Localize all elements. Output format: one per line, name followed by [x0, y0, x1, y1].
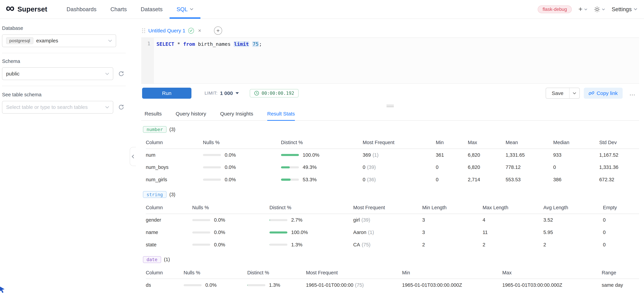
schema-label: Schema [2, 58, 126, 64]
more-actions-button[interactable]: … [627, 90, 638, 97]
cell-column: num_girls [146, 174, 203, 186]
cell-most-frequent: Aaron(1) [353, 226, 422, 238]
cell-empty: 0 [603, 214, 639, 226]
sql-lab-workspace: Database postgresql examples Schema publ… [0, 19, 644, 293]
nav-item-charts[interactable]: Charts [104, 0, 134, 19]
cell-std: 672.32 [599, 174, 639, 186]
settings-menu[interactable]: Settings [612, 6, 638, 12]
cell-column: name [146, 226, 192, 238]
cell-distinct: 53.3% [281, 174, 363, 186]
tab-result-stats[interactable]: Result Stats [267, 111, 295, 120]
brand-title: Superset [18, 5, 47, 13]
pane-splitter[interactable] [141, 103, 639, 108]
top-navbar: ∞ Superset Dashboards Charts Datasets SQ… [0, 0, 644, 19]
column-header: Column [146, 267, 184, 279]
clock-icon [254, 91, 259, 96]
type-count: (3) [170, 127, 176, 132]
query-timer-badge: 00:00:00.192 [250, 89, 298, 98]
tab-results[interactable]: Results [145, 111, 162, 120]
schema-value: public [6, 71, 20, 77]
database-select[interactable]: postgresql examples [2, 34, 116, 47]
query-tab-title: Untitled Query 1 [148, 28, 185, 34]
sql-lab-sidebar: Database postgresql examples Schema publ… [0, 19, 136, 293]
add-icon: + [216, 28, 220, 34]
cell-min-length: 2 [422, 238, 482, 251]
sql-keyword: limit [234, 41, 249, 47]
column-header: Avg Length [544, 202, 603, 214]
cell-most-frequent: 0(36) [363, 174, 436, 186]
navbar-right: flask-debug + Settings [538, 6, 638, 13]
database-value: examples [36, 38, 58, 44]
distinct-bar [247, 284, 265, 286]
cell-column: num [146, 149, 203, 161]
collapse-sidebar-button[interactable] [130, 147, 136, 166]
nulls-bar [192, 219, 210, 221]
cell-median: 386 [553, 174, 599, 186]
sql-code-editor[interactable]: 1 SELECT * from birth_names limit 75; [141, 38, 639, 84]
tab-query-history[interactable]: Query history [176, 111, 206, 120]
theme-toggle-button[interactable] [594, 6, 605, 12]
cell-avg-length: 5.95 [544, 226, 603, 238]
result-stats-panel: number (3) Column Nulls % Distinct % Mos… [141, 121, 639, 293]
cell-median: 933 [553, 149, 599, 161]
refresh-tables-icon[interactable] [117, 103, 126, 112]
run-query-button[interactable]: Run [142, 88, 192, 99]
cell-column: num_boys [146, 161, 203, 174]
distinct-bar [281, 154, 299, 156]
cell-std: 1,167.52 [599, 149, 639, 161]
cell-avg-length: 3.52 [544, 214, 603, 226]
new-item-button[interactable]: + [578, 6, 587, 12]
sql-statement: SELECT * from birth_names limit 75; [156, 41, 639, 48]
nav-item-sql[interactable]: SQL [170, 0, 200, 19]
refresh-schemas-icon[interactable] [117, 69, 126, 78]
cell-distinct: 100.0% [281, 149, 363, 161]
sidebar-divider [2, 86, 126, 86]
limit-label: LIMIT: [204, 90, 218, 96]
nulls-bar [192, 244, 210, 246]
editor-toolbar: Run LIMIT: 1 000 00:00:00.192 Save Copy … [141, 84, 639, 102]
column-header: Min Length [422, 202, 482, 214]
cell-most-frequent: 1965-01-01T00:00:00(75) [306, 279, 402, 291]
nulls-bar [203, 166, 221, 168]
column-header: Most Frequent [363, 136, 436, 149]
type-badge-date: date [143, 256, 161, 263]
cell-max: 2,714 [468, 174, 506, 186]
nav-item-datasets[interactable]: Datasets [134, 0, 170, 19]
type-badge-number: number [143, 126, 166, 133]
tab-query-insights[interactable]: Query Insights [220, 111, 253, 120]
sql-keyword: from [183, 41, 195, 47]
column-header: Empty [603, 202, 639, 214]
timer-value: 00:00:00.192 [262, 90, 294, 96]
column-header: Most Frequent [353, 202, 422, 214]
drag-handle-icon [142, 28, 145, 33]
save-options-caret[interactable] [569, 88, 580, 98]
copy-link-button[interactable]: Copy link [584, 88, 623, 99]
query-tab[interactable]: Untitled Query 1 × [141, 24, 205, 38]
close-tab-icon[interactable]: × [197, 28, 202, 34]
editor-code-area[interactable]: SELECT * from birth_names limit 75; [154, 38, 639, 84]
chevron-down-icon [602, 8, 605, 10]
cell-mean: 1,331.65 [506, 149, 553, 161]
limit-dropdown[interactable]: LIMIT: 1 000 [204, 90, 239, 96]
cell-range: same day [602, 279, 639, 291]
results-tab-bar: Results Query history Query Insights Res… [141, 108, 639, 121]
database-label: Database [2, 26, 126, 31]
column-header: Min [436, 136, 468, 149]
nav-item-dashboards[interactable]: Dashboards [60, 0, 104, 19]
nulls-bar [203, 154, 221, 156]
nulls-bar [184, 284, 202, 286]
chevron-down-icon [584, 8, 587, 10]
cell-column: ds [146, 279, 184, 291]
cell-nulls: 0.0% [192, 226, 270, 238]
cell-distinct: 49.3% [281, 161, 363, 174]
schema-select[interactable]: public [2, 67, 113, 80]
column-header: Min [402, 267, 502, 279]
number-stats-table: Column Nulls % Distinct % Most Frequent … [143, 136, 639, 186]
superset-brand[interactable]: ∞ Superset [6, 5, 47, 13]
save-button[interactable]: Save [546, 88, 569, 98]
type-badge-string: string [143, 191, 166, 198]
theme-sun-icon [594, 6, 600, 12]
cell-most-frequent: girl(39) [353, 214, 422, 226]
table-select[interactable]: Select table or type to search tables [2, 101, 113, 114]
add-tab-button[interactable]: + [214, 26, 222, 34]
